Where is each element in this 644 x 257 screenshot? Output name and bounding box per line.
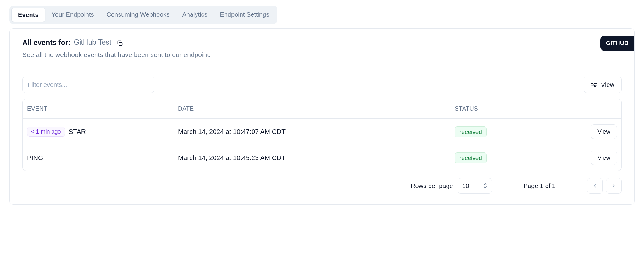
rows-per-page-select[interactable]: 10 — [458, 178, 492, 194]
view-event-button[interactable]: View — [591, 124, 617, 139]
tabstrip: Events Your Endpoints Consuming Webhooks… — [9, 6, 277, 24]
copy-icon[interactable] — [116, 40, 123, 46]
view-event-button[interactable]: View — [591, 151, 617, 165]
column-header-event: EVENT — [23, 99, 174, 119]
toolbar: View — [10, 67, 634, 99]
tab-your-endpoints[interactable]: Your Endpoints — [45, 8, 100, 22]
pagination: Rows per page 10 Page 1 of 1 — [10, 171, 634, 204]
tab-endpoint-settings[interactable]: Endpoint Settings — [214, 8, 275, 22]
svg-rect-0 — [119, 42, 122, 45]
page-subtitle: See all the webhook events that have bee… — [22, 51, 622, 59]
event-name: PING — [27, 154, 43, 162]
column-header-date: DATE — [174, 99, 450, 119]
tab-analytics[interactable]: Analytics — [176, 8, 214, 22]
source-badge: GITHUB — [600, 36, 634, 51]
events-table: EVENT DATE STATUS < 1 min ago STAR — [22, 99, 622, 171]
chevron-right-icon — [611, 183, 617, 189]
rows-per-page-label: Rows per page — [411, 182, 453, 190]
chevron-up-down-icon — [483, 183, 487, 189]
page-title-prefix: All events for: — [22, 38, 70, 47]
chevron-left-icon — [592, 183, 598, 189]
table-row: PING March 14, 2024 at 10:45:23 AM CDT r… — [23, 145, 621, 171]
view-options-button[interactable]: View — [584, 77, 622, 93]
table-row: < 1 min ago STAR March 14, 2024 at 10:47… — [23, 119, 621, 145]
status-badge: received — [455, 126, 487, 137]
column-header-status: STATUS — [450, 99, 538, 119]
panel-header: All events for: GitHub Test See all the … — [10, 29, 634, 67]
tab-events[interactable]: Events — [11, 8, 45, 22]
view-options-label: View — [601, 81, 614, 89]
tab-consuming-webhooks[interactable]: Consuming Webhooks — [100, 8, 176, 22]
recent-time-pill: < 1 min ago — [27, 127, 65, 137]
svg-point-4 — [594, 85, 596, 87]
event-date: March 14, 2024 at 10:45:23 AM CDT — [174, 145, 450, 171]
svg-point-3 — [593, 83, 594, 84]
sliders-icon — [591, 81, 598, 88]
event-name: STAR — [69, 128, 86, 135]
prev-page-button[interactable] — [587, 178, 603, 194]
rows-per-page-value: 10 — [462, 182, 469, 190]
source-name-link[interactable]: GitHub Test — [74, 38, 111, 47]
status-badge: received — [455, 152, 487, 163]
event-date: March 14, 2024 at 10:47:07 AM CDT — [174, 119, 450, 145]
events-panel: GITHUB All events for: GitHub Test See a… — [9, 28, 635, 205]
filter-input[interactable] — [22, 77, 154, 93]
page-info: Page 1 of 1 — [524, 182, 556, 190]
next-page-button[interactable] — [606, 178, 622, 194]
